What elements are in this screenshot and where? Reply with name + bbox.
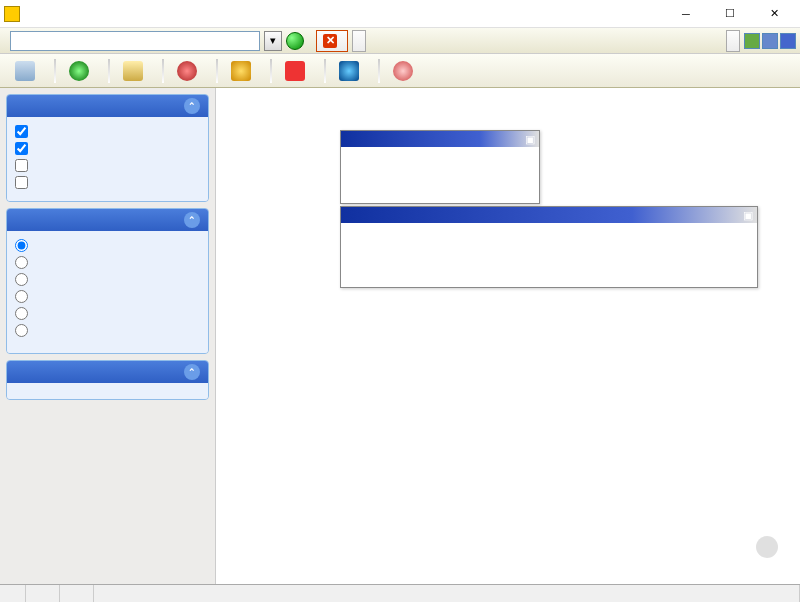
wrench-icon (285, 61, 305, 81)
collapse-icon: ⌃ (184, 212, 200, 228)
app-icon (4, 6, 20, 22)
tab-about[interactable] (384, 57, 428, 85)
status-cell-b (26, 585, 60, 602)
list-icon (123, 61, 143, 81)
radio-zoombox[interactable] (15, 237, 200, 254)
minimize-button[interactable]: ─ (664, 1, 708, 27)
status-cell-a (0, 585, 26, 602)
globe-icon (69, 61, 89, 81)
gear-icon (339, 61, 359, 81)
info-icon (393, 61, 413, 81)
check-statistics[interactable] (15, 123, 200, 140)
maximize-button[interactable]: ☐ (708, 1, 752, 27)
close-button[interactable]: ✕ (752, 1, 796, 27)
stop-icon: ✕ (323, 34, 337, 48)
collapse-icon: ⌃ (184, 98, 200, 114)
chart3d-icon (15, 61, 35, 81)
go-button[interactable] (286, 32, 304, 50)
icon-sheet[interactable] (744, 33, 760, 49)
titlebar: ─ ☐ ✕ (0, 0, 800, 28)
trace-button[interactable]: ✕ (316, 30, 348, 52)
radio-zoom[interactable] (15, 288, 200, 305)
statistic-chart (345, 151, 535, 203)
sidebar: ⌃ ⌃ ⌃ (0, 88, 216, 584)
history-chart (345, 227, 753, 287)
collapse-icon: ⌃ (184, 364, 200, 380)
quick-icons (744, 33, 796, 49)
browser-icon (177, 61, 197, 81)
panel-diagram-tools: ⌃ (6, 208, 209, 354)
tab-settings[interactable] (330, 57, 374, 85)
panel-diagram-header[interactable]: ⌃ (7, 209, 208, 231)
panel-show-header[interactable]: ⌃ (7, 95, 208, 117)
check-history[interactable] (15, 140, 200, 157)
radio-move[interactable] (15, 271, 200, 288)
link-edit-opengl[interactable] (15, 191, 200, 195)
tab-3d-trace[interactable] (6, 57, 50, 85)
check-opengl-mode[interactable] (15, 174, 200, 191)
watermark (756, 536, 782, 558)
panel-sidebar-header[interactable]: ⌃ (7, 361, 208, 383)
inset-history-title[interactable]: ▣ (341, 207, 757, 223)
tab-browser[interactable] (168, 57, 212, 85)
icon-print[interactable] (762, 33, 778, 49)
target-input[interactable] (10, 31, 260, 51)
check-diagram-control[interactable] (15, 157, 200, 174)
status-cell-c (60, 585, 94, 602)
tab-tools[interactable] (276, 57, 320, 85)
chart-area[interactable]: ▣ ▣ (216, 88, 800, 584)
radio-3d[interactable] (15, 322, 200, 339)
tools-button[interactable] (726, 30, 740, 52)
target-dropdown-button[interactable]: ▾ (264, 31, 282, 51)
main-toolbar (0, 54, 800, 88)
panel-show: ⌃ (6, 94, 209, 202)
inset-statistic-title[interactable]: ▣ (341, 131, 539, 147)
link-copy-clipboard[interactable] (15, 343, 200, 347)
target-toolbar: ▾ ✕ (0, 28, 800, 54)
icon-cascade[interactable] (780, 33, 796, 49)
tab-whois[interactable] (222, 57, 266, 85)
inset-history[interactable]: ▣ (340, 206, 758, 288)
inset-control-icon[interactable]: ▣ (525, 133, 535, 146)
status-text (94, 585, 800, 602)
inset-statistic[interactable]: ▣ (340, 130, 540, 204)
status-bar (0, 584, 800, 602)
inset-control-icon[interactable]: ▣ (743, 209, 753, 222)
link-hide-sidebar[interactable] (15, 389, 200, 393)
radio-depth[interactable] (15, 305, 200, 322)
panel-sidebar: ⌃ (6, 360, 209, 400)
gtld-button[interactable] (352, 30, 366, 52)
tab-as-list[interactable] (114, 57, 158, 85)
tab-globe-trace[interactable] (60, 57, 104, 85)
radio-rotate[interactable] (15, 254, 200, 271)
whois-icon (231, 61, 251, 81)
